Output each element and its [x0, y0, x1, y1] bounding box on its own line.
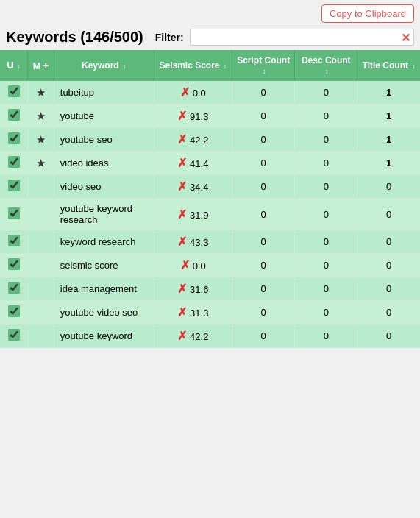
- x-icon[interactable]: ✗: [177, 306, 187, 319]
- star-cell: [28, 230, 54, 254]
- col-header-u[interactable]: U ↕: [0, 50, 28, 81]
- checkbox-cell: [0, 152, 28, 175]
- star-cell: ★: [28, 81, 54, 104]
- seismic-cell: ✗ 31.3: [154, 301, 232, 324]
- x-icon[interactable]: ✗: [177, 330, 187, 342]
- keyword-cell: youtube video seo: [54, 301, 154, 324]
- star-cell: [28, 277, 54, 301]
- sort-kw-icon: ↕: [123, 63, 127, 70]
- col-header-keyword[interactable]: Keyword ↕: [54, 50, 154, 81]
- row-checkbox[interactable]: [8, 85, 20, 97]
- keyword-cell: youtube keyword research: [54, 199, 154, 230]
- col-header-m[interactable]: M +: [28, 50, 54, 81]
- star-cell: ★: [28, 104, 54, 128]
- title-count-cell: 1: [357, 104, 420, 128]
- table-row: youtube video seo✗ 31.3000: [0, 301, 420, 324]
- x-icon[interactable]: ✗: [180, 259, 190, 272]
- table-row: seismic score✗ 0.0000: [0, 254, 420, 277]
- filter-label: Filter:: [155, 32, 184, 43]
- copy-to-clipboard-button[interactable]: Copy to Clipboard: [321, 4, 414, 23]
- row-checkbox[interactable]: [8, 282, 20, 294]
- star-cell: [28, 324, 54, 348]
- table-row: ★youtube✗ 91.3001: [0, 104, 420, 128]
- keyword-cell: idea management: [54, 277, 154, 301]
- script-count-cell: 0: [232, 254, 295, 277]
- star-icon[interactable]: ★: [36, 86, 46, 99]
- seismic-cell: ✗ 0.0: [154, 254, 232, 277]
- row-checkbox[interactable]: [8, 109, 20, 121]
- seismic-cell: ✗ 42.2: [154, 324, 232, 348]
- script-count-cell: 0: [232, 175, 295, 199]
- star-cell: [28, 254, 54, 277]
- row-checkbox[interactable]: [8, 235, 20, 246]
- row-checkbox[interactable]: [8, 180, 20, 191]
- table-row: idea management✗ 31.6000: [0, 277, 420, 301]
- title-text: Keywords: [6, 29, 76, 45]
- desc-count-cell: 0: [295, 254, 357, 277]
- script-count-cell: 0: [232, 301, 295, 324]
- script-count-cell: 0: [232, 128, 295, 152]
- checkbox-cell: [0, 230, 28, 254]
- checkbox-cell: [0, 301, 28, 324]
- checkbox-cell: [0, 324, 28, 348]
- col-header-desc[interactable]: Desc Count ↕: [295, 50, 357, 81]
- title-count-cell: 1: [357, 128, 420, 152]
- table-body: ★tubeitup✗ 0.0001★youtube✗ 91.3001★youtu…: [0, 81, 420, 348]
- star-icon[interactable]: ★: [36, 110, 46, 122]
- keyword-cell: youtube: [54, 104, 154, 128]
- keyword-cell: tubeitup: [54, 81, 154, 104]
- keyword-cell: keyword research: [54, 230, 154, 254]
- filter-input[interactable]: [190, 29, 414, 46]
- sort-desc-icon: ↕: [325, 68, 329, 75]
- x-icon[interactable]: ✗: [177, 180, 187, 193]
- star-cell: [28, 175, 54, 199]
- star-icon[interactable]: ★: [36, 157, 46, 169]
- seismic-cell: ✗ 43.3: [154, 230, 232, 254]
- x-icon[interactable]: ✗: [177, 133, 187, 146]
- x-icon[interactable]: ✗: [177, 110, 187, 122]
- x-icon[interactable]: ✗: [177, 208, 187, 221]
- script-count-cell: 0: [232, 277, 295, 301]
- seismic-cell: ✗ 34.4: [154, 175, 232, 199]
- desc-count-cell: 0: [295, 324, 357, 348]
- checkbox-cell: [0, 199, 28, 230]
- row-checkbox[interactable]: [8, 329, 20, 341]
- seismic-cell: ✗ 0.0: [154, 81, 232, 104]
- checkbox-cell: [0, 175, 28, 199]
- table-row: keyword research✗ 43.3000: [0, 230, 420, 254]
- script-count-cell: 0: [232, 152, 295, 175]
- keyword-cell: video seo: [54, 175, 154, 199]
- title-count-cell: 0: [357, 175, 420, 199]
- clear-filter-icon[interactable]: ✕: [401, 30, 410, 44]
- table-row: youtube keyword✗ 42.2000: [0, 324, 420, 348]
- script-count-cell: 0: [232, 81, 295, 104]
- row-checkbox[interactable]: [8, 258, 20, 270]
- desc-count-cell: 0: [295, 230, 357, 254]
- keyword-cell: seismic score: [54, 254, 154, 277]
- col-header-title[interactable]: Title Count ↕: [357, 50, 420, 81]
- checkbox-cell: [0, 104, 28, 128]
- col-header-seismic[interactable]: Seismic Score ↕: [154, 50, 232, 81]
- seismic-cell: ✗ 41.4: [154, 152, 232, 175]
- sort-seismic-icon: ↕: [224, 63, 227, 70]
- sort-u-icon: ↕: [17, 63, 21, 70]
- desc-count-cell: 0: [295, 104, 357, 128]
- star-icon[interactable]: ★: [36, 133, 46, 146]
- star-cell: ★: [28, 128, 54, 152]
- col-header-script[interactable]: Script Count ↕: [232, 50, 295, 81]
- x-icon[interactable]: ✗: [177, 283, 187, 295]
- title-count-cell: 0: [357, 230, 420, 254]
- title-count-cell: 0: [357, 254, 420, 277]
- title-count-cell: 0: [357, 199, 420, 230]
- row-checkbox[interactable]: [8, 132, 20, 144]
- desc-count-cell: 0: [295, 81, 357, 104]
- row-checkbox[interactable]: [8, 305, 20, 317]
- row-checkbox[interactable]: [8, 156, 20, 168]
- row-checkbox[interactable]: [8, 207, 20, 219]
- table-row: ★tubeitup✗ 0.0001: [0, 81, 420, 104]
- x-icon[interactable]: ✗: [177, 235, 187, 248]
- page-title: Keywords (146/500): [6, 29, 143, 46]
- desc-count-cell: 0: [295, 277, 357, 301]
- x-icon[interactable]: ✗: [180, 86, 190, 99]
- x-icon[interactable]: ✗: [177, 157, 187, 169]
